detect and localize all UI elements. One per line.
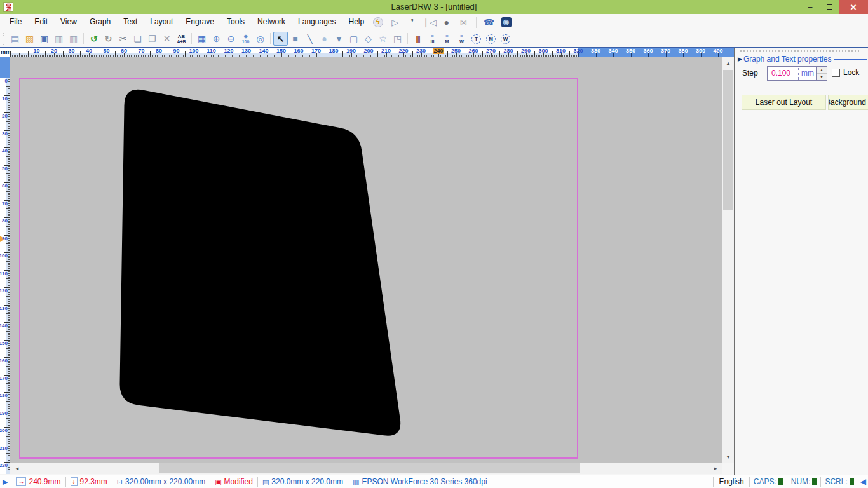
separator — [83, 33, 84, 44]
paste-button[interactable]: ❐ — [145, 32, 159, 46]
new-document-button[interactable]: ▤ — [8, 32, 22, 46]
text-align-3-button[interactable]: ≡W — [454, 32, 469, 46]
step-unit[interactable]: mm — [798, 67, 816, 80]
rect-filled-tool-button[interactable]: ■ — [288, 32, 302, 46]
scroll-up-icon[interactable]: ▴ — [722, 57, 734, 69]
background-button[interactable]: Background — [828, 95, 868, 110]
menu-network[interactable]: Network — [251, 14, 292, 30]
undo-button[interactable]: ↺ — [86, 32, 101, 46]
spinner-down-icon[interactable]: ▼ — [817, 74, 827, 80]
panel-grip[interactable] — [740, 50, 861, 52]
print-button[interactable]: ▥ — [66, 32, 81, 46]
h-ruler-label: 230 — [416, 48, 426, 54]
lock-checkbox[interactable] — [832, 69, 840, 77]
phone-button[interactable]: ☎ — [482, 15, 496, 29]
diamond-tool-button[interactable]: ◇ — [361, 32, 376, 46]
zoom-100-button[interactable]: ⊖100 — [238, 32, 253, 46]
text-align-2-button[interactable]: ≡M — [440, 32, 454, 46]
h-ruler-label: 330 — [591, 48, 600, 54]
print-icon: ▥ — [69, 34, 78, 43]
find-replace-button[interactable]: ABA+B — [174, 32, 189, 46]
horizontal-scroll-thumb[interactable] — [159, 463, 580, 473]
stop-button[interactable]: ● — [439, 15, 454, 29]
canvas[interactable] — [10, 57, 722, 463]
menu-graph[interactable]: Graph — [83, 14, 117, 30]
menu-file[interactable]: File — [3, 14, 28, 30]
line-tool-button[interactable]: ╲ — [302, 32, 317, 46]
status-laser-position-y-text: 92.3mm — [80, 477, 107, 486]
redo-icon: ↻ — [105, 34, 112, 43]
barcode-tool-button[interactable]: ||| — [410, 32, 425, 46]
circle-text-m-button[interactable]: M — [484, 32, 498, 46]
status-end-icon[interactable]: ◀ — [858, 477, 868, 486]
menu-help[interactable]: Help — [342, 14, 370, 30]
menu-tools[interactable]: Tools — [220, 14, 251, 30]
square-tool-button[interactable]: ▢ — [346, 32, 361, 46]
h-ruler-label: 260 — [468, 48, 478, 54]
ellipse-tool-button[interactable]: ● — [317, 32, 332, 46]
image-tool-button[interactable]: ◳ — [390, 32, 405, 46]
status-key-num: NUM: — [787, 477, 821, 486]
v-ruler-label: 10 — [2, 97, 8, 102]
menu-engrave[interactable]: Engrave — [179, 14, 220, 30]
dot-matrix-button[interactable]: ⊠ — [456, 15, 471, 29]
scroll-right-icon[interactable]: ▸ — [709, 463, 722, 474]
droplet-button[interactable]: ❜ — [405, 15, 419, 29]
open-folder-button[interactable]: ▨ — [22, 32, 37, 46]
panel-title: Graph and Text properties — [743, 55, 832, 64]
skip-back-button[interactable]: ❘◁ — [422, 15, 437, 29]
triangle-tool-button[interactable]: ▼ — [332, 32, 346, 46]
scroll-left-icon[interactable]: ◂ — [10, 463, 24, 474]
status-graph-size: ⊡320.00mm x 220.00mm — [112, 477, 210, 486]
cut-button[interactable]: ✂ — [116, 32, 130, 46]
circle-text-t-button[interactable]: T — [469, 32, 484, 46]
menu-languages[interactable]: Languages — [292, 14, 342, 30]
zoom-in-button[interactable]: ⊕ — [209, 32, 224, 46]
close-button[interactable]: ✕ — [839, 0, 868, 14]
h-ruler-label: 160 — [294, 48, 303, 54]
text-align-1-button[interactable]: ≡III — [425, 32, 440, 46]
zoom-out-button[interactable]: ⊖ — [224, 32, 238, 46]
droplet-icon: ❜ — [410, 18, 414, 27]
status-start-icon[interactable]: ▶ — [0, 478, 11, 486]
horizontal-scrollbar[interactable]: ◂ ▸ — [10, 463, 722, 474]
v-ruler-label: 20 — [2, 114, 8, 119]
h-ruler-label: 370 — [661, 48, 670, 54]
zoom-fit-button[interactable]: ◎ — [253, 32, 268, 46]
network-view-button[interactable]: ◉ — [499, 15, 513, 29]
menu-text[interactable]: Text — [117, 14, 144, 30]
play-button[interactable]: ▷ — [388, 15, 402, 29]
grid-table-button[interactable]: ▦ — [194, 32, 209, 46]
print-setup-button[interactable]: ▥ — [51, 32, 66, 46]
h-ruler-label: 190 — [346, 48, 356, 54]
menu-layout[interactable]: Layout — [144, 14, 179, 30]
select-tool-button[interactable]: ↖ — [273, 32, 288, 46]
status-printer-info-text: EPSON WorkForce 30 Series 360dpi — [362, 477, 487, 486]
h-ruler-label: 300 — [538, 48, 548, 54]
circle-text-w-button[interactable]: W — [498, 32, 513, 46]
step-input[interactable]: 0.100 — [768, 67, 798, 80]
toolbar: ▤▨▣▥▥↺↻✂❏❐✕ABA+B▦⊕⊖⊖100◎↖■╲●▼▢◇☆◳|||≡III… — [0, 30, 868, 47]
vertical-scroll-thumb[interactable] — [723, 70, 733, 210]
vertical-scrollbar[interactable]: ▴ ▾ — [722, 57, 734, 463]
save-icon: ▣ — [40, 34, 48, 43]
save-button[interactable]: ▣ — [37, 32, 51, 46]
delete-button[interactable]: ✕ — [159, 32, 174, 46]
scroll-down-icon[interactable]: ▾ — [722, 451, 734, 463]
restore-button[interactable] — [820, 0, 839, 14]
menu-edit[interactable]: Edit — [28, 14, 54, 30]
laser-out-layout-button[interactable]: Laser out Layout — [742, 95, 826, 110]
menu-view[interactable]: View — [54, 14, 83, 30]
key-state-block — [850, 478, 854, 485]
minimize-button[interactable]: – — [801, 0, 820, 14]
status-bar: ▶ →240.9mm↓92.3mm⊡320.00mm x 220.00mm▣Mo… — [0, 475, 868, 488]
star-tool-button[interactable]: ☆ — [376, 32, 390, 46]
status-laser-position-y: ↓92.3mm — [66, 477, 112, 486]
spinner-up-icon[interactable]: ▲ — [817, 67, 827, 74]
copy-button[interactable]: ❏ — [130, 32, 145, 46]
paste-icon: ❐ — [148, 34, 156, 43]
redo-button[interactable]: ↻ — [101, 32, 116, 46]
drawn-shape[interactable] — [10, 57, 722, 463]
laser-start-button[interactable]: ϟ — [370, 15, 385, 29]
text-align-3-icon: ≡W — [459, 34, 464, 44]
